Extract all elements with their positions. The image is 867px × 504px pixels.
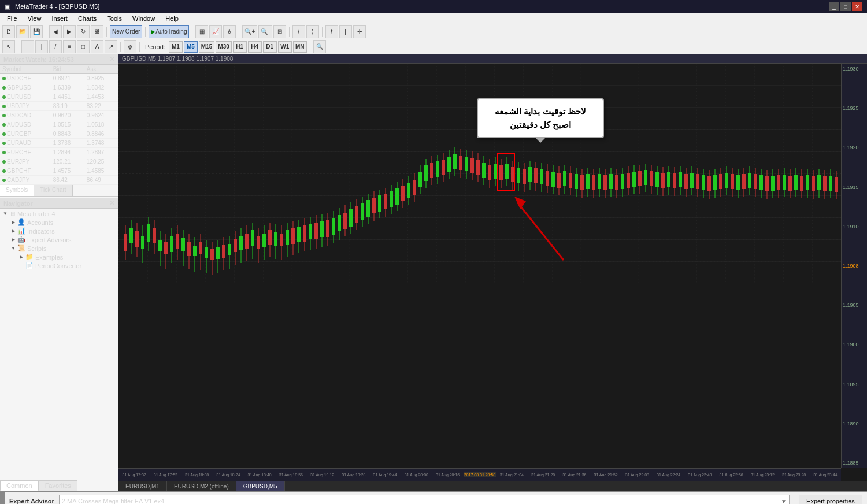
menu-view[interactable]: View bbox=[23, 14, 46, 23]
list-item[interactable]: EURGBP 0.8843 0.8846 bbox=[0, 129, 118, 139]
svg-rect-147 bbox=[476, 160, 480, 175]
open-button[interactable]: 📂 bbox=[16, 25, 29, 38]
menu-window[interactable]: Window bbox=[128, 14, 160, 23]
back-button[interactable]: ◀ bbox=[49, 25, 62, 38]
mw-tab-tick[interactable]: Tick Chart bbox=[34, 185, 72, 196]
channel-tool[interactable]: ≡ bbox=[63, 40, 76, 53]
main-layout: Market Watch: 16:24:53 ✕ Symbol Bid Ask … bbox=[0, 54, 867, 491]
list-item[interactable]: GBPUSD 1.6339 1.6342 bbox=[0, 83, 118, 92]
grid-button[interactable]: ⊞ bbox=[273, 25, 286, 38]
period-m15[interactable]: M15 bbox=[199, 41, 214, 53]
nav-root[interactable]: ▼ 🖥 MetaTrader 4 bbox=[0, 210, 118, 218]
bar-chart-icon[interactable]: ▦ bbox=[195, 25, 208, 38]
print-button[interactable]: 🖶 bbox=[91, 25, 103, 38]
svg-rect-193 bbox=[609, 174, 613, 189]
list-item[interactable]: GBPCHF 1.4575 1.4585 bbox=[0, 166, 118, 176]
svg-rect-259 bbox=[800, 176, 803, 191]
maximize-button[interactable]: □ bbox=[840, 2, 851, 11]
period-m5[interactable]: M5 bbox=[184, 41, 198, 53]
expand-ea-icon: ▶ bbox=[10, 237, 16, 243]
svg-rect-79 bbox=[280, 234, 283, 246]
period-sep-button[interactable]: | bbox=[339, 25, 352, 38]
menu-file[interactable]: File bbox=[2, 14, 22, 23]
arrow-tool[interactable]: ↗ bbox=[105, 40, 117, 53]
tline-tool[interactable]: / bbox=[49, 40, 62, 53]
rect-tool[interactable]: □ bbox=[77, 40, 90, 53]
crosshair-button[interactable]: ✛ bbox=[353, 25, 366, 38]
hline-tool[interactable]: — bbox=[21, 40, 34, 53]
zoom-out-button[interactable]: 🔍- bbox=[258, 25, 272, 38]
svg-rect-123 bbox=[407, 183, 410, 198]
vline-tool[interactable]: | bbox=[35, 40, 48, 53]
list-item[interactable]: AUDUSD 1.0515 1.0518 bbox=[0, 120, 118, 129]
chart-tab-eurusd-m1[interactable]: EURUSD,M1 bbox=[118, 481, 167, 491]
period-m30[interactable]: M30 bbox=[216, 41, 231, 53]
period-h4[interactable]: H4 bbox=[248, 41, 262, 53]
nav-tab-favorites[interactable]: Favorites bbox=[39, 480, 77, 491]
list-item[interactable]: EURCHF 1.2894 1.2897 bbox=[0, 148, 118, 157]
minimize-button[interactable]: _ bbox=[829, 2, 839, 11]
menu-charts[interactable]: Charts bbox=[73, 14, 101, 23]
strategy-tester: Expert Advisor 2 MA Crosses Mega filter … bbox=[0, 491, 867, 504]
nav-accounts[interactable]: ▶ 👤 Accounts bbox=[8, 218, 118, 227]
indicators-button[interactable]: ƒ bbox=[325, 25, 338, 38]
title-bar-controls[interactable]: _ □ ✕ bbox=[829, 2, 862, 11]
new-order-button[interactable]: New Order bbox=[110, 25, 142, 38]
mw-tab-symbols[interactable]: Symbols bbox=[0, 185, 34, 196]
search-button[interactable]: 🔍 bbox=[313, 40, 326, 53]
period-h1[interactable]: H1 bbox=[233, 41, 247, 53]
accounts-icon: 👤 bbox=[17, 218, 25, 226]
list-item[interactable]: EURAUD 1.3736 1.3748 bbox=[0, 139, 118, 148]
new-button[interactable]: 🗋 bbox=[2, 25, 15, 38]
svg-rect-171 bbox=[546, 171, 549, 186]
separator-4 bbox=[192, 27, 192, 37]
navigator-close[interactable]: ✕ bbox=[109, 199, 114, 207]
market-watch-close[interactable]: ✕ bbox=[109, 55, 114, 63]
svg-rect-149 bbox=[482, 163, 486, 178]
separator-6 bbox=[289, 27, 290, 37]
list-item[interactable]: EURJPY 120.21 120.25 bbox=[0, 157, 118, 166]
zoom-in-button[interactable]: 🔍+ bbox=[242, 25, 257, 38]
period-w1[interactable]: W1 bbox=[278, 41, 292, 53]
svg-rect-59 bbox=[222, 245, 225, 258]
chart-tab-gbpusd-m5[interactable]: GBPUSD,M5 bbox=[236, 481, 285, 491]
nav-ea[interactable]: ▶ 🤖 Expert Advisors bbox=[8, 235, 118, 244]
save-button[interactable]: 💾 bbox=[30, 25, 43, 38]
fib-tool[interactable]: φ bbox=[124, 40, 136, 53]
svg-rect-137 bbox=[447, 157, 451, 172]
list-item[interactable]: USDCAD 0.9620 0.9624 bbox=[0, 111, 118, 120]
nav-scripts-label: Scripts bbox=[27, 245, 47, 252]
scroll-right-button[interactable]: ⟩ bbox=[306, 25, 319, 38]
resize-handle[interactable] bbox=[0, 492, 5, 504]
nav-scripts[interactable]: ▼ 📜 Scripts bbox=[8, 244, 118, 253]
scroll-left-button[interactable]: ⟨ bbox=[292, 25, 305, 38]
auto-trading-button[interactable]: ▶ AutoTrading bbox=[149, 25, 189, 38]
list-item[interactable]: EURUSD 1.4451 1.4453 bbox=[0, 92, 118, 102]
candle-icon[interactable]: 🕯 bbox=[223, 25, 236, 38]
cursor-tool[interactable]: ↖ bbox=[2, 40, 15, 53]
period-d1[interactable]: D1 bbox=[263, 41, 277, 53]
period-m1[interactable]: M1 bbox=[169, 41, 183, 53]
menu-insert[interactable]: Insert bbox=[47, 14, 72, 23]
menu-tools[interactable]: Tools bbox=[102, 14, 127, 23]
nav-indicators[interactable]: ▶ 📊 Indicators bbox=[8, 227, 118, 235]
nav-tab-common[interactable]: Common bbox=[0, 480, 39, 491]
list-item[interactable]: USDCHF 0.8921 0.8925 bbox=[0, 74, 118, 83]
period-mn[interactable]: MN bbox=[293, 41, 307, 53]
nav-examples[interactable]: ▶ 📁 Examples bbox=[16, 253, 118, 261]
menu-help[interactable]: Help bbox=[161, 14, 183, 23]
list-item[interactable]: USDJPY 83.19 83.22 bbox=[0, 102, 118, 111]
svg-rect-271 bbox=[835, 177, 838, 192]
expert-properties-button[interactable]: Expert properties bbox=[799, 495, 862, 504]
refresh-button[interactable]: ↻ bbox=[77, 25, 90, 38]
forward-button[interactable]: ▶ bbox=[63, 25, 76, 38]
chart-tab-eurusd-m2[interactable]: EURUSD,M2 (offline) bbox=[167, 481, 236, 491]
ea-dropdown[interactable]: 2 MA Crosses Mega filter EA V1.ex4 ▼ bbox=[59, 495, 790, 504]
text-tool[interactable]: A bbox=[91, 40, 103, 53]
close-button[interactable]: ✕ bbox=[852, 2, 862, 11]
list-item[interactable]: CADJPY 86.42 86.49 bbox=[0, 176, 118, 185]
line-chart-icon[interactable]: 📈 bbox=[209, 25, 222, 38]
nav-period-converter[interactable]: ▶ 📄 PeriodConverter bbox=[16, 261, 118, 270]
indicators-icon: 📊 bbox=[17, 227, 25, 235]
svg-rect-131 bbox=[430, 163, 433, 178]
